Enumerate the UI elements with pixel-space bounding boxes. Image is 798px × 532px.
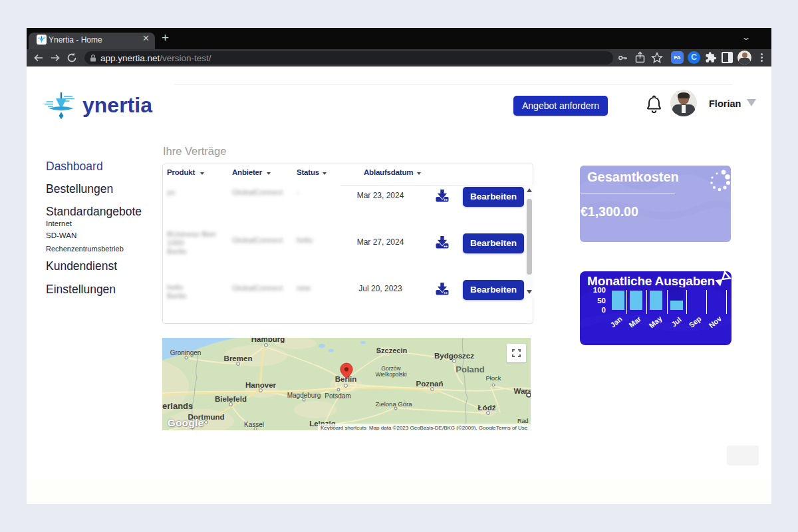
svg-text:Kassel: Kassel bbox=[244, 421, 264, 428]
svg-text:Potsdam: Potsdam bbox=[325, 392, 350, 400]
svg-text:Szczecin: Szczecin bbox=[376, 346, 408, 354]
svg-text:erlands: erlands bbox=[162, 401, 193, 411]
svg-text:Poznań: Poznań bbox=[416, 380, 444, 388]
svg-text:Zielona Góra: Zielona Góra bbox=[376, 400, 413, 408]
svg-text:Bielefeld: Bielefeld bbox=[215, 395, 247, 403]
svg-text:Bremen: Bremen bbox=[224, 354, 253, 362]
svg-text:Groningen: Groningen bbox=[170, 349, 201, 356]
svg-text:Bydgoszcz: Bydgoszcz bbox=[434, 352, 474, 360]
svg-text:Płock: Płock bbox=[485, 374, 501, 382]
svg-text:Poland: Poland bbox=[456, 364, 484, 374]
svg-text:Łódź: Łódź bbox=[478, 404, 496, 412]
svg-text:Warsaw: Warsaw bbox=[513, 387, 531, 395]
svg-text:Wielkopolski: Wielkopolski bbox=[375, 371, 406, 378]
svg-text:Hamburg: Hamburg bbox=[251, 338, 285, 343]
svg-text:Magdeburg: Magdeburg bbox=[287, 392, 321, 399]
svg-text:Hanover: Hanover bbox=[245, 381, 277, 389]
